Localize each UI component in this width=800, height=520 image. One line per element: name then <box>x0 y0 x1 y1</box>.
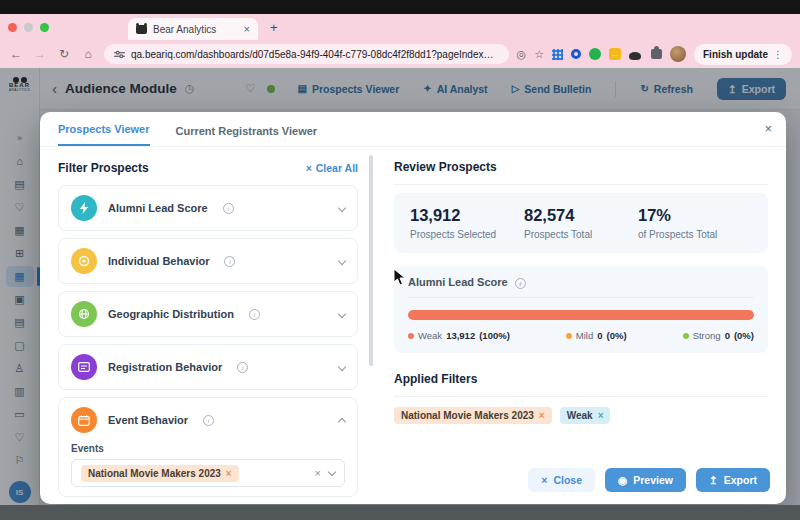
window-minimize-button[interactable] <box>24 23 33 32</box>
stat-pct-of-total: 17% of Prospects Total <box>638 206 752 240</box>
close-button[interactable]: × Close <box>528 468 595 492</box>
prospects-stats-card: 13,912 Prospects Selected 82,574 Prospec… <box>394 193 768 253</box>
clear-all-button[interactable]: × Clear All <box>306 162 358 174</box>
screen: Bear Analytics × + ← → ↻ ⌂ qa.beariq.com… <box>0 0 800 520</box>
filter-section-geographic-distribution[interactable]: Geographic Distribution i <box>58 291 358 337</box>
chevron-down-icon[interactable] <box>338 257 346 265</box>
applied-filters-title: Applied Filters <box>394 372 768 386</box>
upload-icon: ↥ <box>709 474 718 486</box>
calendar-icon <box>71 407 97 433</box>
target-icon <box>71 248 97 274</box>
lead-score-bar <box>408 310 754 320</box>
mouse-cursor <box>393 268 406 286</box>
globe-icon <box>71 301 97 327</box>
events-select[interactable]: National Movie Makers 2023 × × <box>71 459 345 487</box>
keyhole-icon[interactable]: ◎ <box>517 48 527 61</box>
events-field-label: Events <box>71 443 345 454</box>
tab-prospects-viewer[interactable]: Prospects Viewer <box>58 123 150 146</box>
stat-value: 17% <box>638 206 752 225</box>
filter-panel-scrollbar[interactable] <box>369 153 373 493</box>
browser-menu-icon[interactable]: ⋮ <box>773 49 783 60</box>
bookmark-star-icon[interactable]: ☆ <box>534 48 544 61</box>
preview-label: Preview <box>633 474 673 486</box>
bottom-gray-bar <box>0 505 800 520</box>
site-settings-icon[interactable] <box>114 50 125 59</box>
reload-icon[interactable]: ↻ <box>56 47 72 61</box>
close-x-icon: × <box>541 474 547 486</box>
filter-section-event-behavior: Event Behavior i Events National Movie M… <box>58 397 358 497</box>
mild-dot-icon <box>566 333 572 339</box>
finish-update-label: Finish update <box>703 49 768 60</box>
filter-section-individual-behavior[interactable]: Individual Behavior i <box>58 238 358 284</box>
window-zoom-button[interactable] <box>40 23 49 32</box>
modal-close-icon[interactable]: × <box>764 121 772 136</box>
modal-footer: × Close ◉ Preview ↥ Export <box>528 468 770 492</box>
forward-icon[interactable]: → <box>32 47 48 61</box>
close-label: Close <box>553 474 582 486</box>
stat-label: Prospects Selected <box>410 229 524 240</box>
weak-dot-icon <box>408 333 414 339</box>
chevron-down-icon[interactable] <box>338 204 346 212</box>
new-tab-button[interactable]: + <box>270 20 278 35</box>
select-clear-icon[interactable]: × <box>315 467 321 479</box>
extensions-puzzle-icon[interactable] <box>651 49 662 59</box>
filter-label: Geographic Distribution <box>108 308 234 320</box>
alumni-lead-score-card: Alumni Lead Score i Weak 13,912 (100%) <box>394 266 768 353</box>
finish-update-button[interactable]: Finish update ⋮ <box>694 44 792 65</box>
export-button[interactable]: ↥ Export <box>696 468 770 492</box>
window-close-button[interactable] <box>8 23 17 32</box>
chevron-down-icon[interactable] <box>338 310 346 318</box>
info-icon: i <box>249 309 260 320</box>
clear-all-label: Clear All <box>316 162 358 174</box>
strong-dot-icon <box>683 333 689 339</box>
chevron-down-icon[interactable] <box>338 363 346 371</box>
tab-title: Bear Analytics <box>153 24 238 35</box>
tag-remove-icon[interactable]: × <box>539 410 545 421</box>
back-icon[interactable]: ← <box>8 47 24 61</box>
event-behavior-header[interactable]: Event Behavior i <box>71 407 345 433</box>
info-icon: i <box>203 415 214 426</box>
legend-weak: Weak 13,912 (100%) <box>408 330 510 341</box>
tab-strip: Bear Analytics × + <box>0 14 800 40</box>
hat-extension-icon[interactable] <box>629 52 641 60</box>
stat-prospects-selected: 13,912 Prospects Selected <box>410 206 524 240</box>
tab-close-icon[interactable]: × <box>244 23 250 35</box>
stat-prospects-total: 82,574 Prospects Total <box>524 206 638 240</box>
registration-card-icon <box>71 354 97 380</box>
event-tag-label: National Movie Makers 2023 <box>88 468 221 479</box>
modal-tab-bar: Prospects Viewer Current Registrants Vie… <box>40 112 786 147</box>
filter-section-alumni-lead-score[interactable]: Alumni Lead Score i <box>58 185 358 231</box>
tag-remove-icon[interactable]: × <box>598 410 604 421</box>
stat-value: 13,912 <box>410 206 524 225</box>
scrollbar-thumb[interactable] <box>369 155 373 366</box>
score-legend: Weak 13,912 (100%) Mild 0 (0%) Str <box>408 330 754 341</box>
grid-extension-icon[interactable] <box>552 49 563 60</box>
browser-toolbar: ← → ↻ ⌂ qa.beariq.com/dashboards/d07d5e8… <box>0 40 800 68</box>
browser-tab[interactable]: Bear Analytics × <box>128 18 258 40</box>
info-icon: i <box>515 278 526 289</box>
info-icon: i <box>223 203 234 214</box>
url-text: qa.beariq.com/dashboards/d07d5e8a-94f9-4… <box>131 49 499 60</box>
select-chevron-icon[interactable] <box>328 467 336 475</box>
review-prospects-title: Review Prospects <box>394 160 768 174</box>
ring-extension-icon[interactable] <box>571 49 581 59</box>
filter-label: Alumni Lead Score <box>108 202 208 214</box>
filter-label: Individual Behavior <box>108 255 209 267</box>
chevron-up-icon[interactable] <box>338 418 346 426</box>
event-tag: National Movie Makers 2023 × <box>81 465 239 482</box>
score-card-title: Alumni Lead Score i <box>408 276 754 298</box>
info-icon: i <box>224 256 235 267</box>
score-title-text: Alumni Lead Score <box>408 276 508 288</box>
filter-section-registration-behavior[interactable]: Registration Behavior i <box>58 344 358 390</box>
tab-current-registrants-viewer[interactable]: Current Registrants Viewer <box>176 125 318 146</box>
divider <box>394 396 768 397</box>
tag-remove-icon[interactable]: × <box>226 468 232 479</box>
address-bar[interactable]: qa.beariq.com/dashboards/d07d5e8a-94f9-4… <box>104 44 509 64</box>
preview-button[interactable]: ◉ Preview <box>605 468 686 492</box>
green-extension-icon[interactable] <box>589 48 601 60</box>
divider <box>394 184 768 185</box>
filter-label: Registration Behavior <box>108 361 222 373</box>
notes-extension-icon[interactable]: … <box>609 48 621 60</box>
profile-avatar[interactable] <box>670 46 686 62</box>
home-icon[interactable]: ⌂ <box>80 47 96 61</box>
